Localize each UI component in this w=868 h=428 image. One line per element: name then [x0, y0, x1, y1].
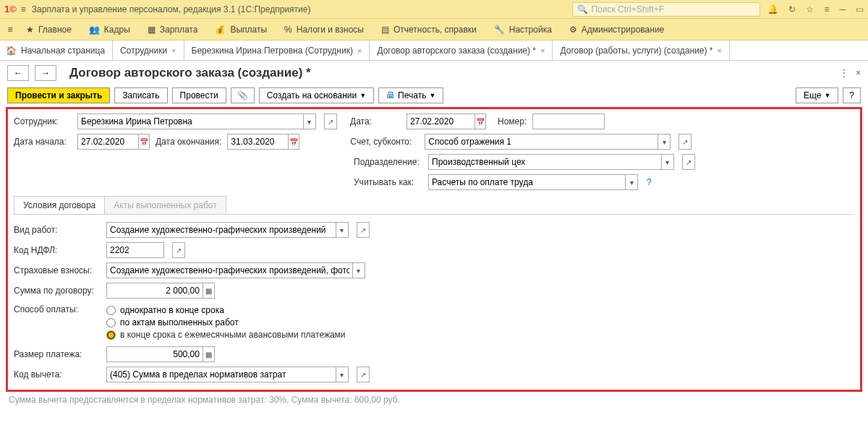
- footer-note: Сумма вычета предоставляется в пределах …: [0, 392, 868, 408]
- calculator-icon[interactable]: [203, 347, 214, 361]
- nav-back-button[interactable]: ←: [7, 65, 29, 81]
- work-type-input[interactable]: ▾: [106, 222, 349, 238]
- menu-vyplaty[interactable]: 💰Выплаты: [208, 22, 274, 38]
- close-icon[interactable]: ×: [540, 46, 545, 55]
- menu-icon[interactable]: ≡: [824, 4, 829, 14]
- calendar-icon[interactable]: [288, 134, 299, 149]
- pay-option-once[interactable]: однократно в конце срока: [106, 305, 346, 315]
- calculator-icon[interactable]: [203, 283, 214, 298]
- menu-nalogi[interactable]: %Налоги и взносы: [277, 22, 371, 38]
- close-page-icon[interactable]: ×: [856, 68, 861, 78]
- help-button[interactable]: ?: [843, 87, 861, 103]
- search-icon: 🔍: [577, 4, 588, 14]
- options-icon[interactable]: ⋮: [840, 68, 848, 78]
- sum-label: Сумма по договору:: [14, 286, 101, 296]
- maximize-icon[interactable]: ▭: [856, 4, 864, 14]
- pay-option-acts[interactable]: по актам выполненных работ: [106, 317, 346, 328]
- date-label: Дата:: [350, 116, 401, 127]
- dropdown-icon[interactable]: ▾: [336, 223, 348, 237]
- pay-option-advance[interactable]: в конце срока с ежемесячными авансовыми …: [106, 330, 346, 340]
- help-link[interactable]: ?: [647, 177, 652, 187]
- menu-favorites-icon[interactable]: ≡: [4, 25, 16, 35]
- department-input[interactable]: ▾: [428, 154, 674, 170]
- open-deduction-button[interactable]: [357, 367, 370, 382]
- pay-method-label: Способ оплаты:: [14, 303, 101, 314]
- menu-kadry[interactable]: 👥Кадры: [82, 22, 137, 38]
- open-work-type-button[interactable]: [357, 222, 370, 238]
- menu-main[interactable]: ★Главное: [19, 22, 79, 38]
- minimize-icon[interactable]: ─: [839, 4, 846, 14]
- global-search-input[interactable]: 🔍 Поиск Ctrl+Shift+F: [572, 2, 760, 17]
- attach-button[interactable]: 📎: [231, 87, 255, 103]
- tab-home[interactable]: 🏠Начальная страница: [0, 40, 113, 60]
- create-based-button[interactable]: Создать на основании▼: [259, 87, 374, 103]
- menu-zarplata[interactable]: ▦Зарплата: [140, 22, 205, 38]
- page-title: Договор авторского заказа (создание) *: [69, 66, 834, 80]
- print-button[interactable]: 🖶Печать▼: [378, 87, 443, 103]
- ndfl-input[interactable]: [106, 242, 164, 258]
- dropdown-icon[interactable]: ▾: [661, 155, 673, 169]
- open-department-button[interactable]: [682, 154, 695, 170]
- dropdown-icon[interactable]: ▾: [303, 114, 315, 129]
- menu-admin[interactable]: ⚙Администрирование: [562, 22, 671, 38]
- open-ndfl-button[interactable]: [172, 242, 185, 258]
- save-button[interactable]: Записать: [114, 87, 167, 103]
- subtab-acts[interactable]: Акты выполненных работ: [104, 196, 226, 214]
- open-account-button[interactable]: [678, 134, 692, 150]
- nav-forward-button[interactable]: →: [35, 65, 56, 81]
- end-date-input[interactable]: [227, 134, 299, 150]
- insurance-input[interactable]: ▾: [106, 262, 365, 278]
- close-icon[interactable]: ×: [171, 46, 176, 55]
- people-icon: 👥: [89, 25, 100, 35]
- history-icon[interactable]: ↻: [788, 4, 796, 14]
- chevron-down-icon: ▼: [824, 92, 830, 99]
- close-icon[interactable]: ×: [717, 46, 721, 55]
- chevron-down-icon: ▼: [359, 92, 366, 99]
- dropdown-icon[interactable]: ▾: [336, 367, 348, 382]
- post-and-close-button[interactable]: Провести и закрыть: [7, 87, 110, 103]
- insurance-label: Страховые взносы:: [14, 265, 101, 275]
- main-menu: ≡ ★Главное 👥Кадры ▦Зарплата 💰Выплаты %На…: [0, 19, 868, 40]
- sum-input[interactable]: [106, 283, 215, 299]
- calendar-icon[interactable]: [138, 134, 149, 149]
- gear-icon: ⚙: [569, 25, 577, 35]
- sub-tabs: Условия договора Акты выполненных работ: [14, 196, 854, 215]
- payment-size-input[interactable]: [106, 346, 215, 362]
- dropdown-icon[interactable]: ▾: [352, 263, 365, 278]
- more-button[interactable]: Еще▼: [796, 87, 838, 103]
- post-button[interactable]: Провести: [172, 87, 226, 103]
- wrench-icon: 🔧: [494, 25, 505, 35]
- start-date-input[interactable]: [77, 134, 150, 150]
- dropdown-icon[interactable]: ▾: [625, 175, 637, 189]
- number-input[interactable]: [532, 114, 605, 129]
- consider-input[interactable]: ▾: [428, 174, 638, 190]
- report-icon: ▤: [381, 25, 389, 35]
- deduction-input[interactable]: ▾: [106, 367, 349, 382]
- chevron-down-icon: ▼: [429, 92, 435, 99]
- titlebar: 1© ≡ Зарплата и управление персоналом, р…: [0, 0, 868, 19]
- tab-author-contract[interactable]: Договор авторского заказа (создание) *×: [370, 40, 553, 60]
- ndfl-label: Код НДФЛ:: [14, 245, 101, 255]
- close-icon[interactable]: ×: [357, 46, 362, 55]
- date-input[interactable]: [407, 114, 486, 129]
- subtab-conditions[interactable]: Условия договора: [14, 196, 105, 214]
- tab-work-contract[interactable]: Договор (работы, услуги) (создание) *×: [553, 40, 729, 60]
- tab-employees[interactable]: Сотрудники×: [113, 40, 184, 60]
- home-icon: 🏠: [6, 46, 17, 56]
- employee-label: Сотрудник:: [14, 116, 72, 127]
- account-input[interactable]: ▾: [425, 134, 671, 150]
- work-type-label: Вид работ:: [14, 225, 101, 235]
- tab-employee-card[interactable]: Березкина Ирина Петровна (Сотрудник)×: [184, 40, 370, 60]
- calc-icon: ▦: [148, 25, 156, 35]
- department-label: Подразделение:: [354, 157, 422, 167]
- tab-bar: 🏠Начальная страница Сотрудники× Березкин…: [0, 40, 868, 61]
- open-employee-button[interactable]: [324, 114, 337, 129]
- dropdown-icon[interactable]: ▾: [658, 134, 670, 149]
- bell-icon[interactable]: 🔔: [767, 4, 778, 14]
- menu-settings[interactable]: 🔧Настройка: [487, 22, 559, 38]
- hamburger-icon[interactable]: ≡: [21, 4, 26, 14]
- menu-reports[interactable]: ▤Отчетность, справки: [374, 22, 484, 38]
- employee-input[interactable]: ▾: [77, 114, 316, 129]
- star-icon[interactable]: ☆: [806, 4, 814, 14]
- calendar-icon[interactable]: [475, 114, 485, 129]
